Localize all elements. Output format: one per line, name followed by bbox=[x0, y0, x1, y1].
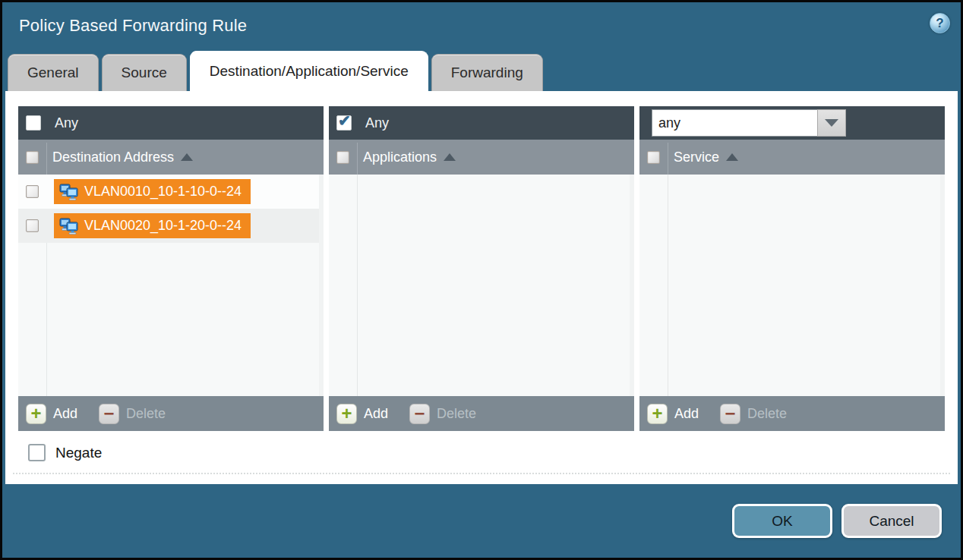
add-plus-icon: + bbox=[336, 404, 357, 424]
destination-header-label: Destination Address bbox=[52, 149, 174, 165]
applications-any-label: Any bbox=[365, 115, 389, 131]
delete-minus-icon: − bbox=[99, 404, 119, 424]
add-button[interactable]: + Add bbox=[336, 404, 388, 424]
title-bar: Policy Based Forwarding Rule ? bbox=[2, 2, 961, 51]
add-plus-icon: + bbox=[26, 404, 46, 424]
chevron-down-icon bbox=[825, 119, 838, 127]
tab-source[interactable]: Source bbox=[102, 54, 187, 91]
tab-bar: General Source Destination/Application/S… bbox=[2, 51, 961, 91]
service-dropdown-row bbox=[639, 106, 945, 140]
applications-column-header[interactable]: Applications bbox=[329, 140, 634, 175]
service-list bbox=[639, 175, 945, 396]
cancel-button[interactable]: Cancel bbox=[841, 504, 942, 538]
delete-minus-icon: − bbox=[720, 404, 740, 424]
service-dropdown-input[interactable] bbox=[652, 109, 817, 137]
destination-list: VLAN0010_10-1-10-0--24 bbox=[18, 175, 324, 396]
applications-toolbar: + Add − Delete bbox=[329, 396, 634, 431]
sort-ascending-icon[interactable] bbox=[444, 153, 456, 161]
policy-based-forwarding-dialog: Policy Based Forwarding Rule ? General S… bbox=[0, 0, 963, 560]
add-button[interactable]: + Add bbox=[647, 404, 699, 424]
negate-label: Negate bbox=[55, 445, 102, 461]
service-dropdown bbox=[652, 109, 846, 137]
negate-checkbox[interactable] bbox=[28, 444, 46, 461]
applications-panel: Any Applications + Add − Delete bbox=[329, 106, 634, 431]
table-row[interactable]: VLAN0020_10-1-20-0--24 bbox=[18, 209, 319, 243]
service-panel: Service + Add − Delete bbox=[639, 106, 945, 431]
destination-any-row: Any bbox=[18, 106, 324, 140]
add-plus-icon: + bbox=[647, 404, 668, 424]
delete-button[interactable]: − Delete bbox=[99, 404, 166, 424]
applications-header-label: Applications bbox=[363, 149, 437, 165]
address-object-label: VLAN0020_10-1-20-0--24 bbox=[84, 218, 242, 234]
row-checkbox[interactable] bbox=[26, 185, 39, 198]
negate-row: Negate bbox=[28, 444, 945, 461]
destination-address-panel: Any Destination Address bbox=[18, 106, 324, 431]
destination-select-all-checkbox[interactable] bbox=[26, 151, 39, 164]
sort-ascending-icon[interactable] bbox=[181, 153, 193, 161]
network-address-icon bbox=[59, 184, 79, 200]
delete-minus-icon: − bbox=[409, 404, 430, 424]
service-header-label: Service bbox=[674, 149, 719, 165]
help-icon[interactable]: ? bbox=[930, 13, 950, 33]
row-checkbox[interactable] bbox=[26, 219, 39, 232]
sort-ascending-icon[interactable] bbox=[726, 153, 738, 161]
service-select-all-checkbox[interactable] bbox=[647, 151, 660, 164]
tab-forwarding[interactable]: Forwarding bbox=[431, 54, 543, 91]
tab-destination-application-service[interactable]: Destination/Application/Service bbox=[190, 51, 428, 91]
table-row[interactable]: VLAN0010_10-1-10-0--24 bbox=[18, 175, 319, 209]
destination-any-label: Any bbox=[55, 115, 78, 131]
delete-button[interactable]: − Delete bbox=[720, 404, 787, 424]
ok-button[interactable]: OK bbox=[732, 504, 832, 538]
panels: Any Destination Address bbox=[18, 106, 945, 431]
add-button[interactable]: + Add bbox=[26, 404, 77, 424]
destination-column-header[interactable]: Destination Address bbox=[18, 140, 324, 175]
address-object-label: VLAN0010_10-1-10-0--24 bbox=[84, 184, 242, 200]
tab-general[interactable]: General bbox=[8, 54, 99, 91]
address-object-chip[interactable]: VLAN0010_10-1-10-0--24 bbox=[54, 179, 251, 204]
network-address-icon bbox=[59, 218, 79, 234]
applications-list bbox=[329, 175, 634, 396]
service-column-header[interactable]: Service bbox=[639, 140, 945, 175]
delete-button[interactable]: − Delete bbox=[409, 404, 476, 424]
applications-select-all-checkbox[interactable] bbox=[336, 151, 349, 164]
address-object-chip[interactable]: VLAN0020_10-1-20-0--24 bbox=[54, 213, 251, 238]
dialog-footer: OK Cancel bbox=[2, 484, 961, 558]
applications-any-checkbox[interactable] bbox=[336, 115, 352, 131]
destination-toolbar: + Add − Delete bbox=[18, 396, 324, 431]
applications-any-row: Any bbox=[329, 106, 634, 140]
tab-content: Any Destination Address bbox=[5, 91, 958, 484]
destination-any-checkbox[interactable] bbox=[26, 115, 41, 131]
service-toolbar: + Add − Delete bbox=[639, 396, 945, 431]
dialog-title: Policy Based Forwarding Rule bbox=[19, 16, 247, 36]
service-dropdown-button[interactable] bbox=[817, 109, 846, 137]
